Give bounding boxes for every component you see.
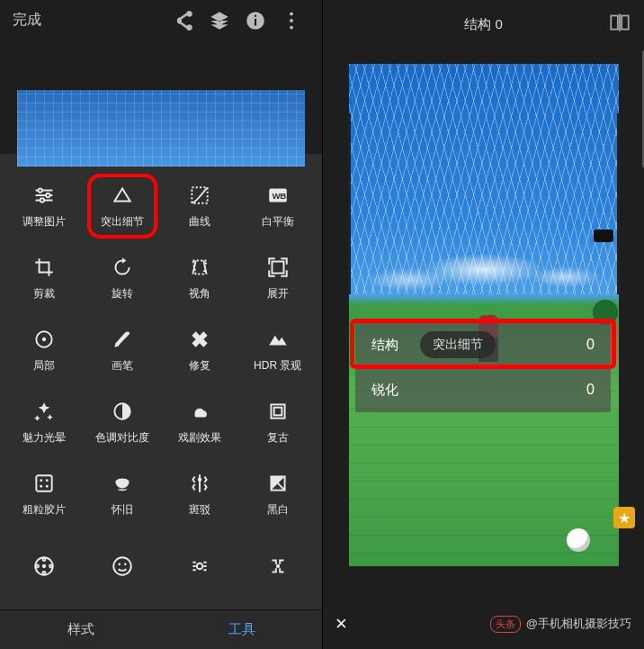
tool-tonal[interactable]: 色调对比度 [84, 386, 162, 458]
param-overlay[interactable]: 结构 突出细节 0 锐化 0 [355, 322, 611, 412]
star-badge: ★ [613, 507, 635, 528]
tool-label: 旋转 [112, 286, 133, 302]
tool-rotate[interactable]: 旋转 [84, 242, 162, 314]
tool-label: 戏剧效果 [178, 430, 221, 446]
overlay-row-sharpen[interactable]: 锐化 0 [355, 367, 611, 412]
svg-point-8 [40, 198, 44, 202]
tool-tune[interactable]: 调整图片 [5, 170, 84, 242]
tool-label: 修复 [189, 358, 210, 374]
tool-label: HDR 景观 [254, 358, 301, 374]
tool-drama[interactable]: 戏剧效果 [161, 386, 239, 458]
tool-grunge[interactable]: 斑驳 [161, 458, 239, 530]
bottom-tabs: 样式 工具 [0, 609, 322, 649]
overlay-value: 0 [586, 337, 595, 353]
svg-point-6 [39, 188, 42, 192]
tool-grainy[interactable]: 粗粒胶片 [5, 458, 84, 530]
svg-rect-37 [611, 15, 618, 29]
svg-point-36 [276, 564, 280, 568]
left-topbar: 完成 [0, 0, 322, 41]
right-topbar: 结构 0 [323, 0, 644, 49]
right-bottombar: × 头条 @手机相机摄影技巧 [323, 599, 644, 649]
svg-point-15 [42, 338, 46, 341]
tool-label: 黑白 [267, 502, 289, 518]
svg-point-29 [43, 572, 46, 574]
overlay-value: 0 [586, 382, 595, 398]
tool-brush[interactable]: 画笔 [84, 314, 162, 386]
tool-glamour[interactable]: 魅力光晕 [5, 386, 84, 458]
tool-label: 白平衡 [262, 214, 294, 230]
tools-grid: 调整图片 突出细节 曲线 WB 白平衡 剪裁 旋转 视角 [0, 154, 322, 609]
tool-label: 视角 [189, 286, 210, 302]
svg-rect-2 [255, 14, 256, 16]
svg-point-21 [46, 479, 49, 482]
tool-retro[interactable]: 怀旧 [84, 458, 162, 530]
svg-point-4 [290, 19, 293, 23]
tool-label: 画笔 [112, 358, 133, 374]
tool-crop[interactable]: 剪裁 [5, 242, 84, 314]
svg-point-22 [40, 485, 43, 488]
tool-extra-2[interactable] [84, 530, 162, 602]
tool-label: 色调对比度 [95, 430, 149, 446]
tool-label: 局部 [33, 358, 55, 374]
tool-label: 展开 [267, 286, 289, 302]
tool-selective[interactable]: 局部 [5, 314, 84, 386]
svg-point-5 [290, 25, 293, 29]
svg-point-35 [197, 563, 203, 570]
watermark: 头条 @手机相机摄影技巧 [490, 616, 631, 633]
tool-hdr[interactable]: HDR 景观 [239, 314, 318, 386]
more-icon[interactable] [273, 9, 309, 32]
close-button[interactable]: × [335, 612, 368, 635]
tool-extra-4[interactable] [239, 530, 318, 602]
overlay-row-structure[interactable]: 结构 突出细节 0 [355, 322, 611, 367]
tool-expand[interactable]: 展开 [239, 242, 318, 314]
svg-point-28 [43, 558, 46, 561]
svg-point-31 [49, 565, 52, 568]
photo [348, 63, 620, 567]
svg-text:B: B [280, 191, 286, 201]
tool-extra-3[interactable] [161, 530, 239, 602]
svg-rect-18 [273, 407, 282, 415]
tool-label: 粗粒胶片 [22, 502, 66, 518]
compare-icon[interactable] [608, 11, 631, 38]
tool-label: 曲线 [189, 214, 210, 230]
tool-extra-1[interactable] [5, 530, 84, 602]
svg-point-7 [46, 194, 49, 197]
svg-point-33 [118, 563, 121, 566]
tool-bw[interactable]: 黑白 [239, 458, 318, 530]
overlay-label: 锐化 [371, 382, 420, 399]
tool-perspective[interactable]: 视角 [161, 242, 239, 314]
left-screenshot: 完成 调整图片 突出细节 曲线 WB 白平衡 剪裁 [0, 0, 322, 649]
done-button[interactable]: 完成 [13, 11, 41, 30]
tab-tools[interactable]: 工具 [161, 610, 322, 649]
tool-whitebalance[interactable]: WB 白平衡 [239, 170, 318, 242]
svg-point-30 [36, 565, 39, 568]
svg-point-27 [42, 564, 46, 568]
right-screenshot: 结构 0 结构 突出细节 0 锐化 0 [322, 0, 644, 649]
svg-rect-19 [37, 475, 52, 491]
overlay-pill: 突出细节 [420, 331, 496, 358]
tab-styles[interactable]: 样式 [0, 610, 161, 649]
tool-details[interactable]: 突出细节 [84, 170, 162, 242]
svg-point-32 [113, 557, 131, 575]
svg-point-3 [290, 12, 293, 15]
right-canvas[interactable]: 结构 突出细节 0 锐化 0 ★ [323, 49, 644, 599]
svg-point-24 [198, 477, 201, 481]
tool-label: 剪裁 [33, 286, 55, 302]
tool-label: 复古 [267, 430, 289, 446]
tool-label: 调整图片 [22, 214, 66, 230]
left-preview [0, 41, 322, 154]
layers-icon[interactable] [201, 9, 237, 32]
info-icon[interactable] [237, 9, 273, 32]
tool-label: 怀旧 [112, 502, 133, 518]
tool-vintage[interactable]: 复古 [239, 386, 318, 458]
svg-point-23 [46, 485, 49, 488]
svg-point-34 [124, 563, 127, 566]
tool-heal[interactable]: 修复 [161, 314, 239, 386]
tool-curves[interactable]: 曲线 [161, 170, 239, 242]
tool-label: 魅力光晕 [22, 430, 66, 446]
preview-thumb [17, 90, 305, 167]
svg-rect-38 [622, 15, 629, 29]
tool-label: 斑驳 [189, 502, 210, 518]
svg-rect-13 [272, 261, 283, 273]
share-icon[interactable] [165, 9, 201, 32]
